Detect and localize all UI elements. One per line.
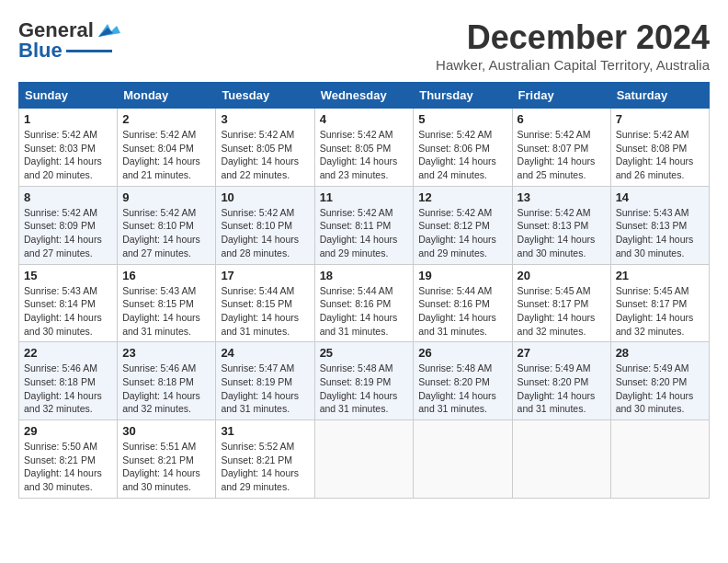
day-info: Sunrise: 5:47 AM Sunset: 8:19 PM Dayligh… [221,362,309,416]
sunrise-text: Sunrise: 5:43 AM [122,285,196,296]
day-info: Sunrise: 5:48 AM Sunset: 8:20 PM Dayligh… [418,362,506,416]
day-info: Sunrise: 5:42 AM Sunset: 8:09 PM Dayligh… [24,206,112,260]
day-info: Sunrise: 5:42 AM Sunset: 8:08 PM Dayligh… [616,128,704,182]
sunset-text: Sunset: 8:11 PM [320,220,392,231]
day-info: Sunrise: 5:49 AM Sunset: 8:20 PM Dayligh… [518,362,606,416]
day-info: Sunrise: 5:42 AM Sunset: 8:05 PM Dayligh… [320,128,409,182]
calendar-week-row: 29 Sunrise: 5:50 AM Sunset: 8:21 PM Dayl… [19,420,710,499]
sunrise-text: Sunrise: 5:44 AM [221,285,294,296]
sunrise-text: Sunrise: 5:42 AM [122,207,196,218]
daylight-text: Daylight: 14 hours and 31 minutes. [518,390,596,415]
sunset-text: Sunset: 8:21 PM [122,454,194,465]
sunset-text: Sunset: 8:17 PM [616,298,688,309]
daylight-text: Daylight: 14 hours and 22 minutes. [221,155,299,180]
page-header: General Blue December 2024 Hawker, Austr… [18,18,710,73]
calendar-day-cell: 11 Sunrise: 5:42 AM Sunset: 8:11 PM Dayl… [314,186,414,264]
daylight-text: Daylight: 14 hours and 30 minutes. [518,234,596,259]
day-number: 10 [221,190,309,204]
day-info: Sunrise: 5:46 AM Sunset: 8:18 PM Dayligh… [122,362,210,416]
day-number: 5 [418,112,506,126]
day-number: 14 [616,190,704,204]
daylight-text: Daylight: 14 hours and 29 minutes. [418,234,496,259]
daylight-text: Daylight: 14 hours and 23 minutes. [320,155,398,180]
day-number: 30 [122,424,210,438]
sunrise-text: Sunrise: 5:42 AM [320,129,393,140]
day-number: 27 [518,346,606,360]
calendar-week-row: 15 Sunrise: 5:43 AM Sunset: 8:14 PM Dayl… [19,264,710,342]
calendar-day-cell: 19 Sunrise: 5:44 AM Sunset: 8:16 PM Dayl… [414,264,512,342]
day-number: 15 [24,269,112,282]
sunset-text: Sunset: 8:13 PM [518,220,589,231]
sunset-text: Sunset: 8:05 PM [221,143,292,154]
calendar-day-cell [610,420,709,499]
sunrise-text: Sunrise: 5:42 AM [418,129,492,140]
sunrise-text: Sunrise: 5:42 AM [221,129,294,140]
sunset-text: Sunset: 8:19 PM [221,376,292,387]
calendar-day-cell: 15 Sunrise: 5:43 AM Sunset: 8:14 PM Dayl… [19,264,118,342]
calendar-header-tuesday: Tuesday [216,83,314,109]
calendar-day-cell: 8 Sunrise: 5:42 AM Sunset: 8:09 PM Dayli… [19,186,118,264]
daylight-text: Daylight: 14 hours and 30 minutes. [24,467,102,492]
day-number: 23 [122,346,210,360]
day-info: Sunrise: 5:42 AM Sunset: 8:10 PM Dayligh… [221,206,309,260]
sunset-text: Sunset: 8:10 PM [122,220,194,231]
calendar-day-cell: 12 Sunrise: 5:42 AM Sunset: 8:12 PM Dayl… [414,186,512,264]
day-info: Sunrise: 5:42 AM Sunset: 8:13 PM Dayligh… [518,206,606,260]
daylight-text: Daylight: 14 hours and 28 minutes. [221,234,299,259]
calendar-day-cell: 16 Sunrise: 5:43 AM Sunset: 8:15 PM Dayl… [118,264,216,342]
day-info: Sunrise: 5:42 AM Sunset: 8:10 PM Dayligh… [122,206,210,260]
sunrise-text: Sunrise: 5:49 AM [518,362,591,373]
day-number: 12 [418,190,506,204]
sunset-text: Sunset: 8:19 PM [320,376,392,387]
calendar-body: 1 Sunrise: 5:42 AM Sunset: 8:03 PM Dayli… [19,109,710,499]
calendar-day-cell: 25 Sunrise: 5:48 AM Sunset: 8:19 PM Dayl… [314,342,414,420]
calendar-day-cell: 26 Sunrise: 5:48 AM Sunset: 8:20 PM Dayl… [414,342,512,420]
calendar-header-sunday: Sunday [19,83,118,109]
sunrise-text: Sunrise: 5:42 AM [418,207,492,218]
calendar-header-monday: Monday [118,83,216,109]
daylight-text: Daylight: 14 hours and 32 minutes. [616,312,694,337]
calendar-day-cell: 1 Sunrise: 5:42 AM Sunset: 8:03 PM Dayli… [19,109,118,187]
day-info: Sunrise: 5:51 AM Sunset: 8:21 PM Dayligh… [122,440,210,494]
daylight-text: Daylight: 14 hours and 26 minutes. [616,155,694,180]
sunrise-text: Sunrise: 5:42 AM [518,129,591,140]
sunset-text: Sunset: 8:09 PM [24,220,96,231]
calendar-day-cell: 7 Sunrise: 5:42 AM Sunset: 8:08 PM Dayli… [610,109,709,187]
sunrise-text: Sunrise: 5:42 AM [122,129,196,140]
daylight-text: Daylight: 14 hours and 31 minutes. [320,390,398,415]
sunrise-text: Sunrise: 5:42 AM [24,207,97,218]
daylight-text: Daylight: 14 hours and 30 minutes. [616,390,694,415]
day-number: 24 [221,346,309,360]
sunset-text: Sunset: 8:16 PM [418,298,490,309]
day-info: Sunrise: 5:42 AM Sunset: 8:03 PM Dayligh… [24,128,112,182]
calendar-day-cell: 9 Sunrise: 5:42 AM Sunset: 8:10 PM Dayli… [118,186,216,264]
daylight-text: Daylight: 14 hours and 27 minutes. [122,234,200,259]
calendar-header-wednesday: Wednesday [314,83,414,109]
sunset-text: Sunset: 8:16 PM [320,298,392,309]
day-info: Sunrise: 5:42 AM Sunset: 8:05 PM Dayligh… [221,128,309,182]
sunset-text: Sunset: 8:15 PM [221,298,292,309]
day-info: Sunrise: 5:42 AM Sunset: 8:07 PM Dayligh… [518,128,606,182]
logo-blue: Blue [18,39,63,63]
sunrise-text: Sunrise: 5:46 AM [122,362,196,373]
calendar-day-cell: 30 Sunrise: 5:51 AM Sunset: 8:21 PM Dayl… [118,420,216,499]
sunset-text: Sunset: 8:06 PM [418,143,490,154]
day-number: 11 [320,190,409,204]
logo-bird-icon [95,20,120,40]
sunset-text: Sunset: 8:18 PM [122,376,194,387]
sunset-text: Sunset: 8:17 PM [518,298,589,309]
calendar-day-cell: 18 Sunrise: 5:44 AM Sunset: 8:16 PM Dayl… [314,264,414,342]
day-number: 9 [122,190,210,204]
day-info: Sunrise: 5:52 AM Sunset: 8:21 PM Dayligh… [221,440,309,494]
daylight-text: Daylight: 14 hours and 32 minutes. [122,390,200,415]
calendar-header-thursday: Thursday [414,83,512,109]
day-number: 28 [616,346,704,360]
daylight-text: Daylight: 14 hours and 31 minutes. [418,390,496,415]
sunset-text: Sunset: 8:21 PM [24,454,96,465]
sunset-text: Sunset: 8:15 PM [122,298,194,309]
calendar-day-cell: 20 Sunrise: 5:45 AM Sunset: 8:17 PM Dayl… [512,264,610,342]
day-number: 18 [320,269,409,282]
calendar-day-cell: 4 Sunrise: 5:42 AM Sunset: 8:05 PM Dayli… [314,109,414,187]
sunrise-text: Sunrise: 5:46 AM [24,362,97,373]
sunset-text: Sunset: 8:03 PM [24,143,96,154]
